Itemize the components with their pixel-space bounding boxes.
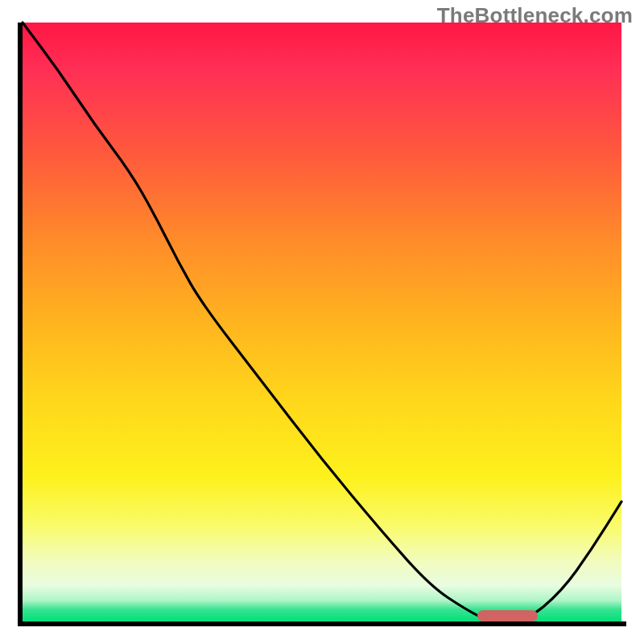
optimal-range-marker (477, 610, 537, 621)
curve-layer (23, 23, 621, 621)
watermark-text: TheBottleneck.com (437, 3, 633, 28)
bottleneck-curve (23, 23, 621, 621)
x-axis (18, 621, 626, 626)
bottleneck-chart: TheBottleneck.com (0, 0, 644, 644)
